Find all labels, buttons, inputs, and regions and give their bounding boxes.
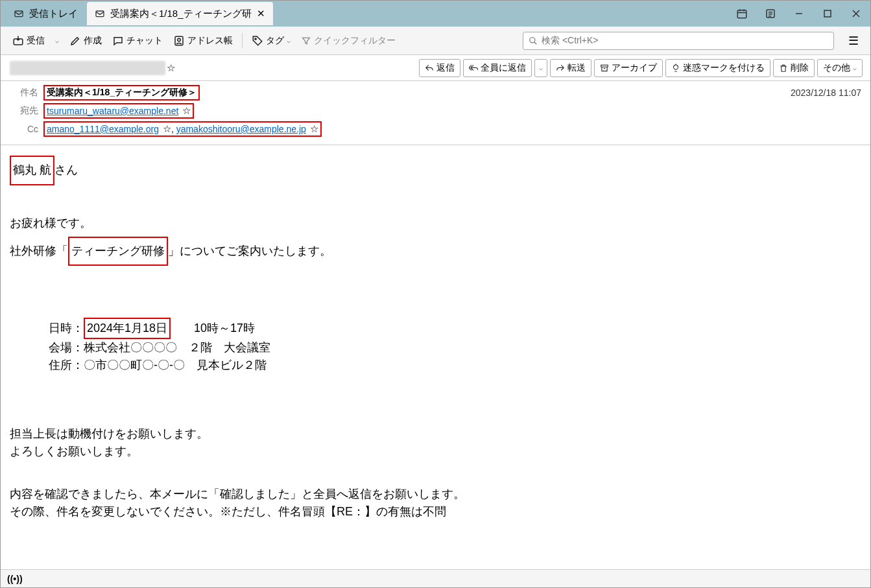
body-line-a: 担当上長は動機付けをお願いします。 bbox=[10, 425, 861, 443]
tasks-icon bbox=[765, 8, 776, 19]
cc-label: Cc bbox=[10, 124, 38, 134]
cc-sep: , bbox=[171, 124, 176, 134]
compose-button[interactable]: 作成 bbox=[66, 32, 106, 49]
svg-point-7 bbox=[178, 38, 181, 41]
svg-rect-1 bbox=[96, 11, 104, 17]
chevron-down-icon: ⌵ bbox=[55, 37, 59, 44]
forward-button[interactable]: 転送 bbox=[550, 59, 591, 77]
tag-label: タグ bbox=[266, 35, 284, 47]
svg-rect-10 bbox=[601, 65, 608, 67]
separator bbox=[242, 33, 243, 49]
svg-rect-0 bbox=[15, 11, 23, 17]
tag-button[interactable]: タグ ⌵ bbox=[248, 32, 294, 49]
compose-label: 作成 bbox=[84, 35, 102, 47]
receive-label: 受信 bbox=[27, 35, 45, 47]
maximize-button[interactable] bbox=[813, 1, 842, 27]
mail-icon bbox=[95, 8, 105, 19]
search-placeholder: 検索 <Ctrl+K> bbox=[542, 35, 599, 47]
replyall-icon bbox=[469, 64, 478, 73]
to-address: tsurumaru_wataru@example.net bbox=[47, 106, 178, 116]
forward-icon bbox=[556, 64, 565, 73]
tab-bar: 受信トレイ 受講案内＜1/18_ティーチング研 ✕ bbox=[1, 1, 870, 27]
delete-button[interactable]: 削除 bbox=[773, 59, 815, 77]
calendar-button[interactable] bbox=[728, 1, 756, 27]
replyall-label: 全員に返信 bbox=[481, 62, 526, 74]
other-label: その他 bbox=[823, 62, 850, 74]
minimize-icon bbox=[794, 9, 804, 18]
message-body: 鶴丸 航さん お疲れ様です。 社外研修「ティーチング研修」についてご案内いたしま… bbox=[1, 145, 870, 569]
receive-icon bbox=[12, 35, 24, 47]
cc-recipients[interactable]: amano_1111@example.org ☆, yamakoshitooru… bbox=[43, 121, 322, 137]
message-headers: 件名 受講案内＜1/18_ティーチング研修＞ 2023/12/18 11:07 … bbox=[1, 81, 870, 145]
to-label: 宛先 bbox=[10, 105, 38, 117]
minimize-button[interactable] bbox=[785, 1, 813, 27]
addressbook-button[interactable]: アドレス帳 bbox=[169, 32, 237, 49]
receive-button[interactable]: 受信 bbox=[8, 32, 49, 49]
chevron-down-icon: ⌵ bbox=[287, 37, 291, 44]
to-recipient[interactable]: tsurumaru_wataru@example.net ☆ bbox=[43, 103, 194, 119]
body-training-name: ティーチング研修 bbox=[68, 237, 168, 266]
subject-value: 受講案内＜1/18_ティーチング研修＞ bbox=[43, 85, 200, 100]
from-star[interactable]: ☆ bbox=[167, 62, 175, 74]
search-icon bbox=[529, 36, 538, 45]
junk-label: 迷惑マークを付ける bbox=[683, 62, 765, 74]
replyall-button[interactable]: 全員に返信 bbox=[463, 59, 532, 77]
cc-address-1: amano_1111@example.org bbox=[47, 124, 159, 134]
body-line3-pre: 社外研修「 bbox=[10, 244, 68, 257]
close-button[interactable] bbox=[842, 1, 870, 27]
tab-message-label: 受講案内＜1/18_ティーチング研 bbox=[110, 8, 252, 20]
addressbook-label: アドレス帳 bbox=[187, 35, 233, 47]
main-toolbar: 受信 ⌵ 作成 チャット アドレス帳 タグ ⌵ クイックフィルター 検索 <Ct… bbox=[1, 27, 870, 55]
archive-button[interactable]: アーカイブ bbox=[594, 59, 663, 77]
tab-message[interactable]: 受講案内＜1/18_ティーチング研 ✕ bbox=[87, 2, 273, 25]
tab-close-icon[interactable]: ✕ bbox=[257, 8, 265, 19]
app-menu-button[interactable]: ☰ bbox=[844, 31, 863, 51]
menu-icon: ☰ bbox=[848, 34, 859, 47]
replyall-dropdown[interactable]: ⌵ bbox=[534, 59, 547, 77]
filter-icon bbox=[301, 36, 311, 46]
connection-icon: ((•)) bbox=[7, 574, 23, 584]
reply-icon bbox=[425, 64, 434, 73]
chat-button[interactable]: チャット bbox=[108, 32, 167, 49]
inbox-icon bbox=[14, 8, 24, 19]
delete-label: 削除 bbox=[791, 62, 809, 74]
tab-inbox[interactable]: 受信トレイ bbox=[6, 2, 86, 25]
quickfilter-label: クイックフィルター bbox=[314, 35, 396, 47]
body-line2: お疲れ様です。 bbox=[10, 211, 861, 237]
body-line-b: よろしくお願いします。 bbox=[10, 443, 861, 460]
sched-date-label: 日時： bbox=[49, 322, 84, 335]
sched-date: 2024年1月18日 bbox=[84, 318, 171, 339]
archive-label: アーカイブ bbox=[612, 62, 657, 74]
cc-star-2[interactable]: ☆ bbox=[310, 123, 318, 134]
status-bar: ((•)) bbox=[1, 569, 870, 587]
sched-time: 10時～17時 bbox=[171, 322, 255, 335]
sched-addr: 住所：〇市〇〇町〇-〇-〇 見本ビル２階 bbox=[49, 357, 861, 374]
junk-button[interactable]: 迷惑マークを付ける bbox=[665, 59, 770, 77]
tab-inbox-label: 受信トレイ bbox=[29, 8, 78, 20]
svg-point-8 bbox=[255, 38, 256, 39]
maximize-icon bbox=[824, 10, 831, 18]
calendar-icon bbox=[736, 8, 748, 19]
body-line3-post: 」についてご案内いたします。 bbox=[168, 244, 331, 257]
cc-star-1[interactable]: ☆ bbox=[163, 123, 171, 134]
other-button[interactable]: その他 ⌵ bbox=[817, 59, 863, 77]
addressbook-icon bbox=[173, 35, 185, 47]
search-input[interactable]: 検索 <Ctrl+K> bbox=[523, 32, 834, 50]
quickfilter-button[interactable]: クイックフィルター bbox=[297, 32, 400, 49]
receive-dropdown[interactable]: ⌵ bbox=[51, 34, 63, 47]
tasks-button[interactable] bbox=[756, 1, 785, 27]
message-action-bar: ☆ 返信 全員に返信 ⌵ 転送 アーカイブ 迷惑マークを付ける bbox=[1, 55, 870, 81]
junk-icon bbox=[671, 64, 680, 73]
timestamp: 2023/12/18 11:07 bbox=[791, 88, 861, 98]
body-suffix: さん bbox=[54, 163, 78, 176]
chat-icon bbox=[112, 35, 124, 47]
chevron-down-icon: ⌵ bbox=[853, 64, 857, 71]
body-line-c: 内容を確認できましたら、本メールに「確認しました」と全員へ返信をお願いします。 bbox=[10, 486, 861, 503]
to-star[interactable]: ☆ bbox=[182, 105, 191, 116]
delete-icon bbox=[779, 64, 788, 73]
reply-button[interactable]: 返信 bbox=[419, 59, 460, 77]
svg-point-9 bbox=[530, 37, 535, 42]
svg-rect-2 bbox=[737, 10, 746, 18]
reply-label: 返信 bbox=[436, 62, 455, 74]
chevron-down-icon: ⌵ bbox=[539, 64, 543, 71]
